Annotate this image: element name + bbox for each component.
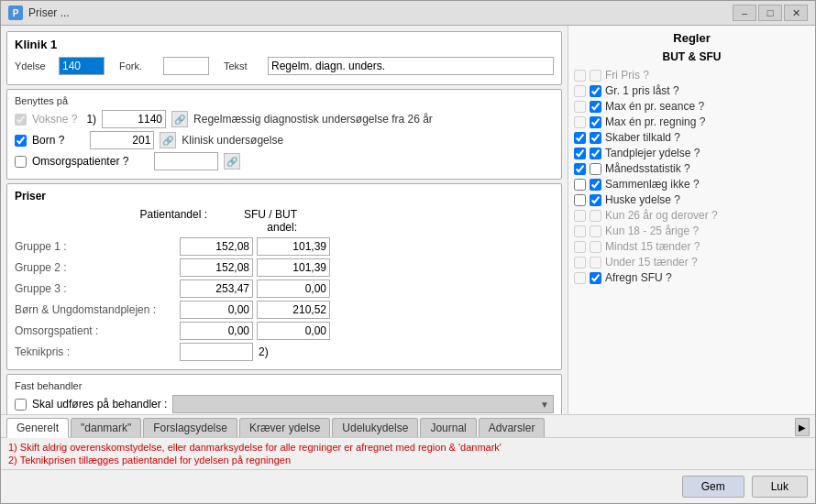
klinik-name: Klinik 1 — [15, 38, 554, 51]
price-label-5: Teknikpris : — [15, 345, 180, 358]
rule-label-7: Sammenlæg ikke ? — [605, 178, 700, 191]
main-content: Klinik 1 Ydelse Fork. Tekst Benyttes på … — [1, 26, 815, 414]
born-checkbox[interactable] — [15, 135, 27, 147]
rule-label-0: Fri Pris ? — [605, 69, 649, 82]
rule-left-checkbox-0 — [574, 70, 586, 82]
sfubut-input-4[interactable] — [257, 322, 330, 340]
tab-udelukydelse[interactable]: Udelukydelse — [332, 418, 418, 437]
priser-header: Patientandel : SFU / BUT andel: — [15, 208, 554, 234]
rule-row-10: Kun 18 - 25 årige ? — [574, 225, 810, 237]
close-button[interactable]: ✕ — [784, 5, 808, 21]
link-icon-1[interactable]: 🔗 — [171, 111, 188, 127]
patientandel-input-3[interactable] — [180, 301, 253, 319]
fork-input[interactable] — [163, 57, 209, 75]
rule-label-3: Max én pr. regning ? — [605, 115, 705, 128]
title-bar: P Priser ... – □ ✕ — [1, 1, 815, 26]
tab-kr-ver-ydelse[interactable]: Kræver ydelse — [239, 418, 330, 437]
rule-label-13: Afregn SFU ? — [605, 271, 672, 284]
voksne-label: Voksne ? — [32, 113, 77, 126]
tab-forslagsydelse[interactable]: Forslagsydelse — [143, 418, 237, 437]
code-3-input[interactable] — [154, 152, 218, 170]
rule-right-checkbox-5[interactable] — [590, 148, 601, 159]
link-icon-2[interactable]: 🔗 — [160, 132, 176, 148]
tekst-input[interactable] — [268, 57, 554, 75]
rule-left-checkbox-1 — [574, 85, 586, 97]
rule-right-checkbox-13[interactable] — [590, 272, 601, 284]
patientandel-input-1[interactable] — [180, 258, 253, 277]
left-panel: Klinik 1 Ydelse Fork. Tekst Benyttes på … — [1, 26, 568, 414]
voksne-checkbox[interactable] — [15, 114, 27, 126]
tabs-bar: Generelt"danmark"ForslagsydelseKræver yd… — [1, 414, 815, 437]
rule-right-checkbox-4[interactable] — [590, 132, 601, 144]
sfubut-input-3[interactable] — [257, 301, 330, 319]
col-patientandel: Patientandel : — [125, 208, 207, 234]
benyttes-title: Benyttes på — [15, 95, 554, 106]
rule-right-checkbox-6[interactable] — [590, 163, 601, 175]
rule-left-checkbox-4[interactable] — [574, 132, 586, 144]
price-inputs-5: 2) — [180, 343, 269, 361]
patientandel-input-0[interactable] — [180, 237, 253, 256]
sfubut-input-2[interactable] — [257, 279, 330, 298]
price-row-5: Teknikpris : 2) — [15, 343, 554, 361]
fast-dropdown[interactable]: ▼ — [172, 395, 554, 413]
link-icon-3[interactable]: 🔗 — [224, 153, 240, 170]
patientandel-input-4[interactable] — [180, 322, 253, 340]
price-label-3: Børn & Ungdomstandplejen : — [15, 303, 180, 316]
omsorgspatienter-label: Omsorgspatienter ? — [32, 155, 128, 168]
rule-row-1: Gr. 1 pris låst ? — [574, 84, 810, 97]
rule-label-6: Månedsstatistik ? — [605, 162, 690, 175]
code-1-input[interactable] — [102, 110, 166, 128]
rule-right-checkbox-9 — [590, 210, 601, 222]
rule-left-checkbox-13 — [574, 272, 586, 284]
maximize-button[interactable]: □ — [758, 5, 782, 21]
rule-row-11: Mindst 15 tænder ? — [574, 240, 810, 253]
rule-label-1: Gr. 1 pris låst ? — [605, 84, 679, 97]
minimize-button[interactable]: – — [733, 5, 756, 21]
rule-label-11: Mindst 15 tænder ? — [605, 240, 700, 253]
fast-checkbox[interactable] — [15, 399, 27, 411]
rule-left-checkbox-7[interactable] — [574, 179, 586, 191]
patientandel-input-5[interactable] — [180, 343, 253, 361]
scroll-right-button[interactable]: ▶ — [795, 418, 810, 436]
rule-row-12: Under 15 tænder ? — [574, 256, 810, 268]
price-inputs-1 — [180, 258, 330, 277]
sfubut-input-0[interactable] — [257, 237, 330, 256]
right-panel: Regler BUT & SFU Fri Pris ?Gr. 1 pris lå… — [568, 26, 815, 414]
luk-button[interactable]: Luk — [752, 476, 808, 498]
rule-row-0: Fri Pris ? — [574, 69, 810, 82]
price-row-4: Omsorgspatient : — [15, 322, 554, 340]
benyttes-section: Benyttes på Voksne ? 1) 🔗 Regelmæssig di… — [6, 89, 562, 180]
rule-left-checkbox-8[interactable] — [574, 194, 586, 206]
rule-row-8: Huske ydelse ? — [574, 193, 810, 206]
rule-right-checkbox-3[interactable] — [590, 116, 601, 128]
born-row: Born ? 🔗 Klinisk undersøgelse — [15, 131, 554, 149]
dropdown-arrow-icon: ▼ — [540, 400, 549, 410]
rule-right-checkbox-8[interactable] — [590, 194, 601, 206]
sfubut-input-1[interactable] — [257, 258, 330, 277]
tab-journal[interactable]: Journal — [420, 418, 476, 437]
rule-right-checkbox-1[interactable] — [590, 85, 601, 97]
rule-left-checkbox-9 — [574, 210, 586, 222]
price-inputs-2 — [180, 279, 330, 298]
gem-button[interactable]: Gem — [682, 476, 744, 498]
price-label-4: Omsorgspatient : — [15, 324, 180, 337]
rule-right-checkbox-2[interactable] — [590, 101, 601, 113]
main-window: P Priser ... – □ ✕ Klinik 1 Ydelse Fork.… — [0, 0, 816, 504]
price-inputs-0 — [180, 237, 330, 256]
rule-right-checkbox-7[interactable] — [590, 179, 601, 191]
patientandel-input-2[interactable] — [180, 279, 253, 298]
rule-label-4: Skaber tilkald ? — [605, 131, 680, 144]
code-2-input[interactable] — [90, 131, 154, 149]
rule-label-8: Huske ydelse ? — [605, 193, 680, 206]
ydelse-input[interactable] — [59, 57, 105, 75]
omsorgspatienter-checkbox[interactable] — [15, 156, 27, 168]
tab-advarsler[interactable]: Advarsler — [479, 418, 546, 437]
rule-left-checkbox-5[interactable] — [574, 148, 586, 159]
note1: 1) Skift aldrig overenskomstydelse, elle… — [8, 442, 808, 453]
tab-generelt[interactable]: Generelt — [6, 418, 69, 438]
tab--danmark-[interactable]: "danmark" — [71, 418, 141, 437]
rule-left-checkbox-11 — [574, 241, 586, 253]
rule-row-2: Max én pr. seance ? — [574, 100, 810, 113]
ydelse-row: Ydelse Fork. Tekst — [15, 57, 554, 75]
rule-left-checkbox-6[interactable] — [574, 163, 586, 175]
